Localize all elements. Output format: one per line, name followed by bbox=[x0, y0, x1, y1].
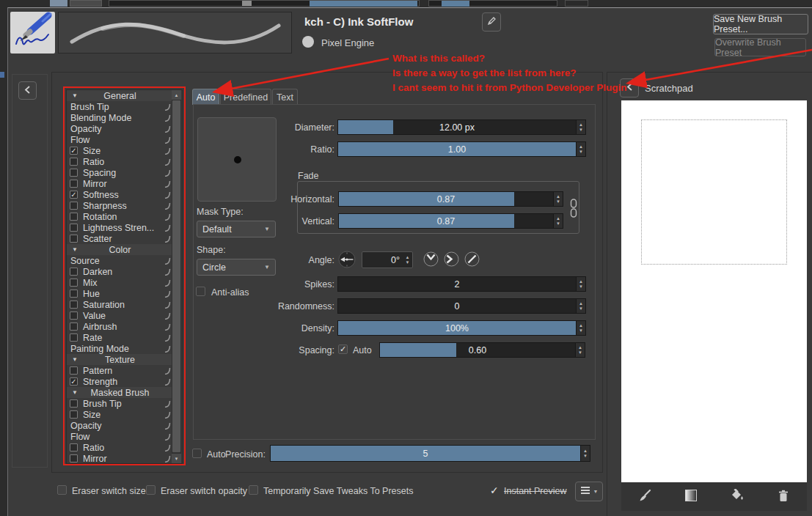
density-slider[interactable]: 100% bbox=[337, 320, 577, 336]
options-section-texture[interactable]: ▼Texture bbox=[67, 354, 173, 365]
options-section-color[interactable]: ▼Color bbox=[67, 244, 173, 255]
scratchpad-gradient-button[interactable] bbox=[681, 487, 701, 506]
option-checkbox[interactable] bbox=[70, 454, 78, 462]
option-checkbox[interactable] bbox=[70, 169, 78, 177]
precision-spinner[interactable]: ▲▼ bbox=[581, 445, 590, 462]
option-checkbox[interactable] bbox=[70, 312, 78, 320]
option-saturation[interactable]: Saturation bbox=[67, 299, 173, 310]
angle-spinbox[interactable]: 0° ▲▼ bbox=[362, 251, 413, 268]
option-sharpness[interactable]: Sharpness bbox=[67, 200, 173, 211]
option-flow[interactable]: Flow bbox=[67, 134, 173, 145]
option-size[interactable]: Size bbox=[67, 409, 173, 420]
spacing-slider[interactable]: 0.60 bbox=[379, 342, 576, 358]
spikes-spinner[interactable]: ▲▼ bbox=[577, 276, 586, 292]
rename-preset-button[interactable] bbox=[482, 12, 501, 32]
spacing-auto-checkbox[interactable]: ✓ bbox=[338, 344, 348, 354]
option-flow[interactable]: Flow bbox=[67, 431, 173, 442]
option-brush-tip[interactable]: Brush Tip bbox=[67, 101, 173, 112]
option-checkbox[interactable] bbox=[70, 180, 78, 188]
fade-vertical-slider[interactable]: 0.87 bbox=[338, 213, 554, 229]
scrollbar-thumb[interactable] bbox=[172, 100, 180, 452]
option-opacity[interactable]: Opacity bbox=[67, 123, 173, 134]
option-airbrush[interactable]: Airbrush bbox=[67, 321, 173, 332]
option-hue[interactable]: Hue bbox=[67, 288, 173, 299]
scratchpad-canvas[interactable] bbox=[621, 100, 807, 482]
option-mirror[interactable]: Mirror bbox=[67, 178, 173, 189]
option-scatter[interactable]: Scatter bbox=[67, 233, 173, 244]
option-darken[interactable]: Darken bbox=[67, 266, 173, 277]
fade-link-toggle[interactable] bbox=[568, 198, 579, 221]
density-spinner[interactable]: ▲▼ bbox=[577, 320, 586, 336]
option-brush-tip[interactable]: Brush Tip bbox=[67, 398, 173, 409]
option-source[interactable]: Source bbox=[67, 255, 173, 266]
eraser-switch-size-checkbox[interactable] bbox=[57, 485, 67, 495]
option-checkbox[interactable]: ✓ bbox=[70, 377, 78, 386]
option-checkbox[interactable] bbox=[70, 301, 78, 309]
options-section-general[interactable]: ▼General bbox=[67, 90, 173, 101]
angle-preset-horizontal-button[interactable] bbox=[444, 251, 459, 267]
tab-auto[interactable]: Auto bbox=[192, 89, 219, 105]
diameter-slider[interactable]: 12.00 px bbox=[337, 119, 577, 135]
option-checkbox[interactable] bbox=[70, 224, 78, 232]
option-softness[interactable]: ✓Softness bbox=[67, 189, 173, 200]
angle-preset-diagonal-button[interactable] bbox=[464, 251, 480, 267]
option-painting-mode[interactable]: Painting Mode bbox=[67, 343, 173, 354]
option-ratio[interactable]: Ratio bbox=[67, 156, 173, 167]
tab-predefined[interactable]: Predefined bbox=[220, 89, 271, 105]
antialias-checkbox[interactable] bbox=[196, 287, 205, 296]
angle-dial[interactable] bbox=[338, 251, 356, 270]
scratchpad-paint-button[interactable] bbox=[635, 487, 654, 506]
options-scrollbar[interactable]: ▲ ▼ bbox=[172, 90, 181, 463]
save-tweaks-checkbox[interactable] bbox=[249, 485, 258, 495]
option-checkbox[interactable]: ✓ bbox=[70, 147, 78, 155]
option-checkbox[interactable] bbox=[70, 202, 78, 210]
spacing-spinner[interactable]: ▲▼ bbox=[576, 342, 585, 358]
angle-preset-vertical-button[interactable] bbox=[423, 251, 439, 267]
randomness-slider[interactable]: 0 bbox=[337, 298, 577, 314]
options-section-masked-brush[interactable]: ▼Masked Brush bbox=[67, 387, 173, 398]
option-mix[interactable]: Mix bbox=[67, 277, 173, 288]
scroll-up-button[interactable]: ▲ bbox=[172, 90, 181, 100]
ratio-slider[interactable]: 1.00 bbox=[337, 141, 577, 157]
scratchpad-fill-button[interactable] bbox=[728, 487, 747, 506]
option-checkbox[interactable] bbox=[70, 268, 78, 276]
option-checkbox[interactable] bbox=[70, 213, 78, 221]
precision-slider[interactable]: 5 bbox=[270, 445, 581, 462]
tab-text[interactable]: Text bbox=[272, 89, 298, 105]
option-ratio[interactable]: Ratio bbox=[67, 442, 173, 453]
option-checkbox[interactable] bbox=[70, 366, 78, 375]
detach-menu-button[interactable]: ▼ bbox=[575, 482, 603, 501]
collapse-presets-button[interactable] bbox=[18, 81, 37, 100]
randomness-spinner[interactable]: ▲▼ bbox=[577, 298, 586, 314]
option-checkbox[interactable] bbox=[70, 279, 78, 287]
option-spacing[interactable]: Spacing bbox=[67, 167, 173, 178]
ratio-spinner[interactable]: ▲▼ bbox=[577, 141, 586, 157]
fade-horizontal-slider[interactable]: 0.87 bbox=[338, 191, 554, 207]
overwrite-brush-preset-button[interactable]: Overwrite Brush Preset bbox=[714, 38, 806, 56]
instant-preview-check-icon[interactable]: ✓ bbox=[490, 484, 499, 496]
option-checkbox[interactable] bbox=[70, 158, 78, 166]
option-checkbox[interactable]: ✓ bbox=[70, 191, 78, 199]
option-checkbox[interactable] bbox=[70, 399, 78, 408]
scratchpad-clear-button[interactable] bbox=[774, 487, 793, 506]
option-checkbox[interactable] bbox=[70, 410, 78, 419]
save-new-brush-preset-button[interactable]: Save New Brush Preset... bbox=[713, 14, 808, 34]
fade-horizontal-spinner[interactable]: ▲▼ bbox=[554, 191, 563, 207]
option-pattern[interactable]: Pattern bbox=[67, 365, 173, 376]
option-blending-mode[interactable]: Blending Mode bbox=[67, 112, 173, 123]
diameter-spinner[interactable]: ▲▼ bbox=[577, 119, 586, 135]
fade-vertical-spinner[interactable]: ▲▼ bbox=[554, 213, 563, 229]
option-lightness-stren[interactable]: Lightness Stren... bbox=[67, 222, 173, 233]
spikes-slider[interactable]: 2 bbox=[337, 276, 577, 292]
option-opacity[interactable]: Opacity bbox=[67, 420, 173, 431]
scroll-down-button[interactable]: ▼ bbox=[172, 454, 181, 463]
angle-spinner[interactable]: ▲▼ bbox=[403, 252, 412, 268]
option-value[interactable]: Value bbox=[67, 310, 173, 321]
option-checkbox[interactable] bbox=[70, 443, 78, 452]
option-rate[interactable]: Rate bbox=[67, 332, 173, 343]
eraser-switch-opacity-checkbox[interactable] bbox=[146, 485, 156, 495]
option-checkbox[interactable] bbox=[70, 235, 78, 243]
option-checkbox[interactable] bbox=[70, 333, 78, 342]
option-rotation[interactable]: Rotation bbox=[67, 211, 173, 222]
option-size[interactable]: ✓Size bbox=[67, 145, 173, 156]
